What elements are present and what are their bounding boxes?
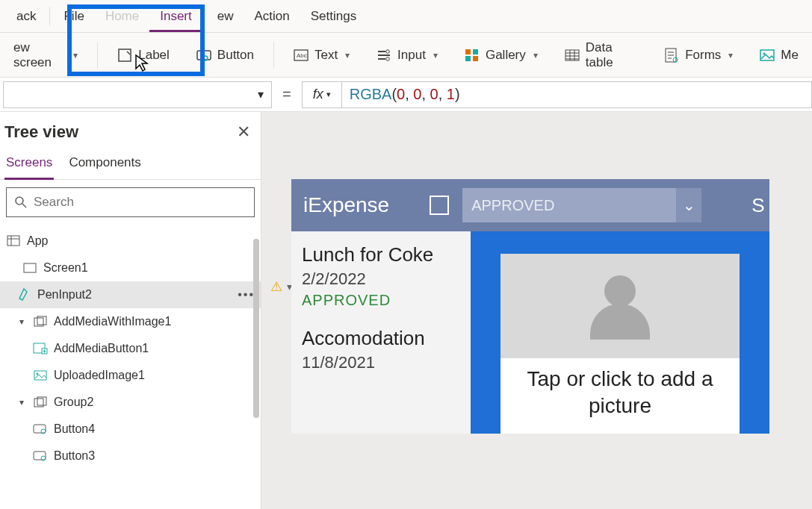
chevron-down-icon: ▾ (326, 90, 331, 99)
ribbon-new-screen[interactable]: ew screen▾ (6, 36, 85, 75)
card-title: Accomodation (302, 327, 460, 350)
tree-node-addmediawithimage1[interactable]: ▾ AddMediaWithImage1 (0, 308, 261, 335)
svg-point-13 (673, 57, 678, 62)
close-icon[interactable]: ✕ (237, 122, 250, 142)
formula-bar: ▾ = fx▾ RGBA(0, 0, 0, 1) (0, 78, 812, 112)
detail-pane: Tap or click to add a picture (471, 231, 769, 434)
ribbon: ew screen▾ Label Button Abc Text▾ Input▾… (0, 33, 812, 78)
ribbon-button-text: Button (217, 48, 254, 63)
chevron-down-icon: ▾ (728, 50, 733, 60)
app-header: iExpense APPROVED ⌄ (291, 179, 769, 231)
header-right-edge[interactable]: S (747, 179, 769, 231)
dropdown-value: APPROVED (471, 197, 554, 214)
menu-settings[interactable]: Settings (300, 3, 367, 30)
group-icon (33, 396, 48, 409)
menu-sep (49, 7, 50, 26)
tree-node-addmediabutton1[interactable]: AddMediaButton1 (0, 335, 261, 362)
list-item[interactable]: Lunch for Coke 2/2/2022 APPROVED (302, 239, 460, 322)
formula-comma: , (421, 86, 430, 103)
tree-node-group2[interactable]: ▾ Group2 (0, 389, 261, 416)
chevron-down-icon: ▾ (433, 50, 438, 60)
formula-input[interactable]: RGBA(0, 0, 0, 1) (342, 81, 812, 108)
tree-node-button3[interactable]: Button3 (0, 443, 261, 469)
formula-arg4: 1 (447, 86, 455, 103)
expense-list: Lunch for Coke 2/2/2022 APPROVED Accomod… (291, 231, 471, 434)
svg-rect-10 (473, 56, 478, 61)
formula-comma: , (438, 86, 447, 103)
ribbon-gallery[interactable]: Gallery▾ (457, 43, 545, 67)
fx-button[interactable]: fx▾ (302, 81, 342, 108)
addmedia-icon (33, 342, 48, 355)
svg-point-24 (37, 373, 39, 375)
menu-action[interactable]: Action (244, 3, 300, 30)
card-status: APPROVED (302, 292, 460, 309)
property-dropdown[interactable]: ▾ (3, 81, 272, 108)
chevron-down-icon[interactable]: ▾ (16, 397, 27, 407)
menu-view[interactable]: ew (207, 3, 244, 30)
button-icon (33, 422, 48, 436)
card-title: Lunch for Coke (302, 243, 460, 266)
tree-node-uploadedimage1[interactable]: UploadedImage1 (0, 362, 261, 389)
menu-home[interactable]: Home (95, 3, 149, 30)
svg-point-16 (16, 197, 23, 204)
ribbon-forms[interactable]: Forms▾ (657, 43, 740, 67)
formula-paren: ( (391, 86, 397, 103)
scrollbar[interactable] (253, 239, 259, 418)
tree-node-peninput2[interactable]: PenInput2 ••• (0, 281, 261, 308)
tree-node-app[interactable]: App (0, 228, 261, 254)
menu-bar: ack File Home Insert ew Action Settings (0, 0, 812, 33)
search-box[interactable] (6, 187, 255, 217)
add-picture-prompt: Tap or click to add a picture (500, 358, 740, 434)
chevron-down-icon[interactable]: ▾ (16, 316, 27, 327)
ribbon-datatable[interactable]: Data table (557, 36, 645, 75)
menu-file[interactable]: File (53, 3, 94, 30)
formula-fn: RGBA (350, 86, 392, 103)
svg-rect-7 (465, 49, 471, 54)
app-preview[interactable]: iExpense APPROVED ⌄ S Lunch for Coke 2/2… (291, 179, 769, 434)
chevron-down-icon: ▾ (533, 50, 538, 60)
checkbox[interactable] (430, 196, 449, 215)
svg-rect-8 (473, 49, 478, 54)
person-silhouette-icon (590, 272, 650, 340)
tree-node-button4[interactable]: Button4 (0, 416, 261, 443)
formula-paren: ) (455, 86, 460, 103)
ribbon-datatable-label: Data table (586, 40, 637, 70)
gallery-icon (465, 48, 480, 63)
ribbon-button[interactable]: Button (189, 43, 261, 67)
canvas[interactable]: ⚠ ▾ 9 Rows iExpense APPROVED ⌄ S Lunch f… (261, 112, 812, 509)
search-icon (14, 196, 28, 209)
svg-rect-17 (7, 236, 19, 246)
ribbon-media[interactable]: Me (752, 43, 806, 67)
forms-icon (664, 48, 679, 63)
search-input[interactable] (34, 195, 247, 210)
chevron-down-icon: ▾ (345, 50, 350, 60)
ribbon-sep2 (273, 42, 274, 69)
menu-back[interactable]: ack (6, 3, 46, 30)
tab-components[interactable]: Components (67, 151, 142, 179)
tree-label: Group2 (54, 396, 93, 409)
chevron-down-icon: ⌄ (676, 188, 701, 222)
svg-rect-29 (34, 452, 46, 460)
ribbon-text-label: Text (314, 48, 338, 63)
warning-icon: ⚠ (270, 278, 282, 295)
card-date: 2/2/2022 (302, 269, 460, 289)
svg-rect-0 (119, 49, 131, 61)
datatable-icon (565, 48, 580, 63)
svg-rect-9 (465, 56, 471, 61)
tab-screens[interactable]: Screens (4, 151, 54, 180)
list-item[interactable]: Accomodation 11/8/2021 (302, 322, 460, 386)
label-icon (117, 48, 132, 63)
more-icon[interactable]: ••• (238, 288, 255, 302)
status-dropdown[interactable]: APPROVED ⌄ (462, 188, 701, 222)
tree-label: PenInput2 (37, 288, 92, 302)
tree-node-screen1[interactable]: Screen1 (0, 254, 261, 281)
app-body: Lunch for Coke 2/2/2022 APPROVED Accomod… (291, 231, 769, 434)
ribbon-text[interactable]: Abc Text▾ (286, 43, 357, 67)
equals-sign: = (272, 86, 302, 103)
ribbon-sep (97, 42, 98, 69)
add-picture-control[interactable]: Tap or click to add a picture (500, 254, 740, 434)
tree-label: Button3 (54, 449, 95, 463)
media-icon (760, 48, 775, 63)
ribbon-input[interactable]: Input▾ (369, 43, 445, 67)
menu-insert[interactable]: Insert (149, 3, 202, 32)
